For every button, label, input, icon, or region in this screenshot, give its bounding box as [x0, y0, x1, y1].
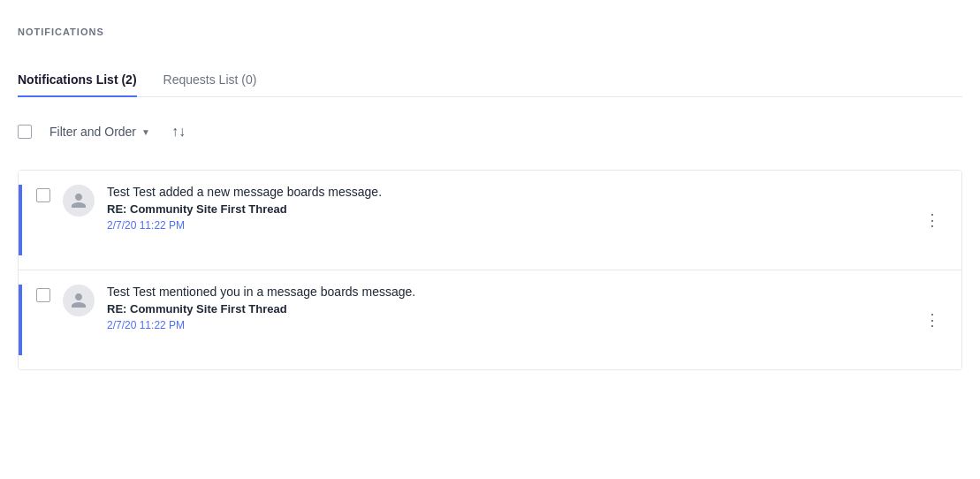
notification-title-2: Test Test mentioned you in a message boa…	[107, 285, 910, 299]
user-icon	[70, 192, 87, 209]
notification-content-1: Test Test added a new message boards mes…	[107, 185, 910, 232]
notification-subtitle-1: RE: Community Site First Thread	[107, 202, 910, 216]
sort-icon: ↑↓	[171, 124, 186, 140]
notification-title-1: Test Test added a new message boards mes…	[107, 185, 910, 199]
notification-item: Test Test added a new message boards mes…	[19, 171, 961, 270]
page-header: NOTIFICATIONS	[18, 18, 962, 37]
item-checkbox-1[interactable]	[36, 188, 50, 202]
notification-date-2: 2/7/20 11:22 PM	[107, 319, 910, 331]
notification-content-2: Test Test mentioned you in a message boa…	[107, 285, 910, 331]
filter-order-label: Filter and Order	[49, 125, 136, 139]
chevron-down-icon: ▼	[141, 127, 150, 137]
tabs-container: Notifications List (2) Requests List (0)	[18, 64, 962, 97]
toolbar: Filter and Order ▼ ↑↓	[18, 115, 962, 148]
avatar-2	[63, 285, 95, 316]
notifications-list: Test Test added a new message boards mes…	[18, 170, 962, 370]
tab-notifications[interactable]: Notifications List (2)	[18, 64, 137, 97]
notification-item: Test Test mentioned you in a message boa…	[19, 270, 961, 369]
more-options-button-2[interactable]: ⋮	[917, 312, 947, 329]
item-checkbox-2[interactable]	[36, 288, 50, 302]
tab-requests[interactable]: Requests List (0)	[163, 64, 257, 97]
sort-button[interactable]: ↑↓	[168, 120, 189, 143]
user-icon	[70, 292, 87, 309]
notification-date-1: 2/7/20 11:22 PM	[107, 219, 910, 232]
filter-order-button[interactable]: Filter and Order ▼	[42, 121, 157, 142]
notification-subtitle-2: RE: Community Site First Thread	[107, 302, 910, 316]
select-all-checkbox[interactable]	[18, 125, 32, 139]
avatar-1	[63, 185, 95, 217]
more-options-button-1[interactable]: ⋮	[917, 212, 947, 229]
